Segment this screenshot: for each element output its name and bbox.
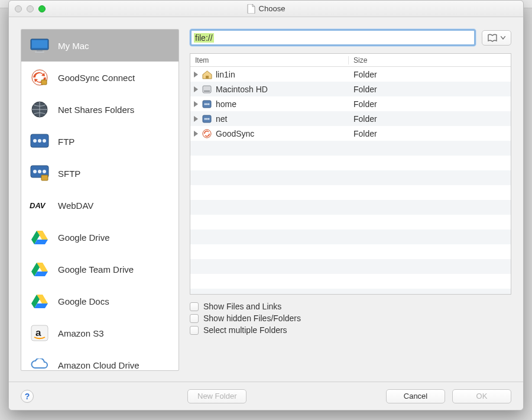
svg-point-10 — [43, 139, 46, 143]
row-size: Folder — [349, 129, 511, 138]
svg-rect-15 — [41, 175, 48, 180]
row-size: Folder — [349, 70, 511, 79]
disclosure-triangle-icon[interactable] — [194, 86, 198, 92]
window-zoom-button[interactable] — [38, 5, 46, 12]
table-row-empty — [190, 274, 511, 289]
sidebar-item-label: Google Drive — [58, 232, 110, 243]
table-row-empty — [190, 244, 511, 259]
window-close-button[interactable] — [15, 5, 22, 12]
globe-icon — [30, 101, 50, 118]
bookmarks-button[interactable] — [482, 30, 511, 46]
path-input-text: file:// — [194, 33, 214, 43]
table-row-empty — [190, 230, 511, 244]
svg-rect-3 — [35, 51, 44, 53]
svg-point-9 — [38, 139, 41, 143]
checkbox-box — [190, 326, 199, 335]
row-name: net — [216, 114, 227, 124]
svg-point-23 — [205, 103, 206, 105]
checkbox-show-hidden[interactable]: Show hidden Files/Folders — [190, 314, 511, 323]
sidebar-item-goodsync-connect[interactable]: GoodSync Connect — [21, 62, 179, 93]
volume-icon — [202, 99, 212, 109]
sidebar-item-amazon-s3[interactable]: a Amazon S3 — [21, 317, 179, 349]
disclosure-triangle-icon[interactable] — [194, 131, 198, 137]
svg-point-24 — [206, 103, 208, 105]
help-button[interactable]: ? — [21, 390, 34, 403]
dialog-footer: ? New Folder Cancel OK — [9, 382, 523, 410]
sidebar-item-webdav[interactable]: DAV WebDAV — [21, 189, 179, 221]
table-row-empty — [190, 141, 511, 156]
table-body: lin1in Folder Macintosh HD F — [190, 67, 511, 294]
table-row-empty — [190, 170, 511, 185]
disclosure-triangle-icon[interactable] — [194, 101, 198, 107]
table-row[interactable]: net Folder — [190, 111, 511, 126]
dialog-title: Choose — [9, 4, 523, 14]
ok-button[interactable]: OK — [452, 389, 511, 403]
options-group: Show Files and Links Show hidden Files/F… — [190, 302, 511, 335]
table-row-empty — [190, 200, 511, 215]
svg-text:a: a — [35, 327, 41, 338]
sidebar-item-sftp[interactable]: SFTP — [21, 157, 179, 189]
table-row[interactable]: home Folder — [190, 96, 511, 111]
svg-rect-19 — [206, 76, 209, 79]
checkbox-box — [190, 302, 199, 311]
book-icon — [488, 34, 498, 42]
column-header-item[interactable]: Item — [190, 56, 349, 64]
sidebar-item-amazon-cloud-drive[interactable]: Amazon Cloud Drive — [21, 349, 179, 371]
disclosure-triangle-icon[interactable] — [194, 72, 198, 77]
sidebar-item-google-team-drive[interactable]: Google Team Drive — [21, 253, 179, 285]
button-label: New Folder — [197, 392, 236, 400]
document-icon — [247, 4, 255, 14]
amazon-cloud-icon — [30, 356, 50, 371]
svg-point-25 — [208, 103, 210, 105]
column-header-size[interactable]: Size — [349, 56, 511, 64]
table-row[interactable]: GoodSync Folder — [190, 126, 511, 141]
checkbox-box — [190, 314, 199, 323]
checkbox-select-multiple[interactable]: Select multiple Folders — [190, 325, 511, 335]
svg-text:DAV: DAV — [30, 201, 46, 210]
sidebar-item-google-drive[interactable]: Google Drive — [21, 221, 179, 253]
table-row-empty — [190, 185, 511, 200]
volume-icon — [202, 114, 212, 124]
row-size: Folder — [349, 114, 511, 124]
goodsync-icon — [30, 69, 50, 86]
checkbox-label: Show Files and Links — [203, 302, 281, 311]
svg-point-28 — [206, 118, 208, 119]
content-column: file:// Item Size — [179, 29, 511, 376]
sidebar-item-net-shares[interactable]: Net Shares Folders — [21, 93, 179, 125]
file-table: Item Size lin1in Folder — [190, 53, 511, 295]
server-lock-icon — [30, 164, 50, 182]
row-name: GoodSync — [216, 129, 254, 138]
table-row-empty — [190, 215, 511, 230]
checkbox-show-files[interactable]: Show Files and Links — [190, 302, 511, 311]
sidebar-item-label: SFTP — [58, 169, 80, 179]
checkbox-label: Select multiple Folders — [203, 325, 287, 335]
row-name: Macintosh HD — [216, 85, 268, 94]
window-minimize-button[interactable] — [27, 5, 34, 12]
sidebar-item-label: Google Docs — [58, 296, 109, 306]
svg-point-27 — [205, 118, 206, 119]
home-icon — [202, 69, 212, 80]
sidebar-item-label: Amazon S3 — [58, 328, 104, 338]
sidebar-item-ftp[interactable]: FTP — [21, 125, 179, 157]
sidebar-item-label: FTP — [58, 137, 74, 147]
disclosure-triangle-icon[interactable] — [194, 116, 198, 122]
svg-rect-1 — [32, 40, 47, 48]
monitor-icon — [30, 37, 50, 54]
dialog-body: My Mac GoodSync Connect Net Shares Folde… — [9, 17, 523, 382]
table-row[interactable]: Macintosh HD Folder — [190, 82, 511, 96]
sidebar-item-my-mac[interactable]: My Mac — [21, 30, 179, 62]
window-controls — [9, 5, 46, 12]
row-name: home — [216, 99, 236, 109]
goodsync-small-icon — [202, 128, 212, 139]
sidebar-item-label: My Mac — [58, 41, 89, 51]
cancel-button[interactable]: Cancel — [386, 389, 445, 403]
svg-point-13 — [38, 170, 41, 173]
sidebar-item-google-docs[interactable]: Google Docs — [21, 285, 179, 317]
button-label: OK — [476, 392, 488, 400]
new-folder-button[interactable]: New Folder — [187, 389, 246, 403]
source-sidebar[interactable]: My Mac GoodSync Connect Net Shares Folde… — [21, 29, 179, 371]
table-row[interactable]: lin1in Folder — [190, 67, 511, 82]
svg-rect-5 — [41, 80, 47, 85]
path-input[interactable]: file:// — [190, 29, 476, 46]
amazon-icon: a — [30, 324, 50, 342]
